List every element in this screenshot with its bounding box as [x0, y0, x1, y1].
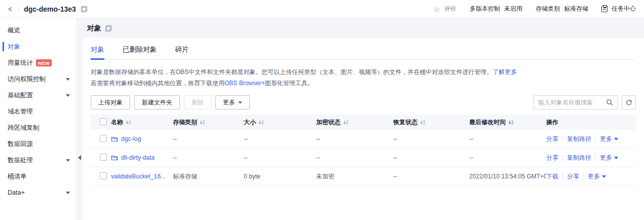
smiley-icon: ☺: [433, 6, 440, 13]
table-header: 名称 存储类别 大小 加密状态 恢复状态 最后修改时间 操作: [91, 115, 636, 130]
more-button[interactable]: 更多: [215, 95, 250, 109]
sidebar-item-objects[interactable]: 对象: [0, 39, 76, 55]
bucket-name: dgc-demo-13e3: [24, 5, 76, 13]
back-icon[interactable]: <: [7, 5, 13, 14]
learn-more-link[interactable]: 了解更多: [493, 68, 517, 76]
toolbar: 上传对象 新建文件夹 删除 更多: [91, 95, 636, 109]
sidebar-item-domain-mgmt[interactable]: 域名管理: [0, 103, 76, 120]
share-link[interactable]: 分享: [546, 135, 558, 143]
task-center-label: 任务中心: [612, 5, 636, 13]
object-name-link[interactable]: validateBucket_16...: [111, 173, 166, 180]
folder-icon: [111, 155, 118, 161]
tab-fragments[interactable]: 碎片: [175, 45, 189, 59]
task-center-button[interactable]: 任务中心: [601, 5, 636, 13]
chevron-down-icon: [66, 94, 70, 97]
obs-browser-link[interactable]: OBS Browser+: [224, 80, 265, 87]
delete-button[interactable]: 删除: [184, 95, 211, 109]
object-name-link[interactable]: dgc-log: [121, 135, 141, 142]
feedback-button[interactable]: ☺ 评价: [433, 5, 457, 13]
new-badge: NEW: [36, 59, 52, 66]
sort-icon[interactable]: [343, 120, 349, 125]
search-box: [534, 95, 618, 109]
chevron-down-icon: [614, 157, 618, 159]
sidebar-item-usage-stats[interactable]: 用量统计NEW: [0, 55, 76, 71]
table-row: validateBucket_16... 标准存储 0 byte 未加密 -- …: [91, 167, 636, 186]
sidebar-item-overview[interactable]: 概览: [0, 22, 76, 39]
versioning-label: 多版本控制: [470, 5, 500, 13]
tab-objects[interactable]: 对象: [91, 45, 104, 59]
sort-icon[interactable]: [420, 120, 426, 125]
task-center-icon: [601, 6, 608, 12]
description: 对象是数据存储的基本单位，在OBS中文件和文件夹都是对象。您可以上传任何类型（文…: [91, 66, 636, 89]
tab-bar: 对象 已删除对象 碎片: [91, 38, 636, 60]
share-link[interactable]: 分享: [546, 154, 558, 162]
feedback-label: 评价: [444, 5, 457, 13]
divider: [18, 6, 19, 13]
sidebar-item-bucket-inventory[interactable]: 桶清单: [0, 168, 76, 185]
sidebar-item-back-to-source[interactable]: 数据回源: [0, 136, 76, 152]
row-checkbox[interactable]: [100, 172, 107, 179]
sidebar-item-cross-region[interactable]: 跨区域复制: [0, 120, 76, 136]
description-line1: 对象是数据存储的基本单位，在OBS中文件和文件夹都是对象。您可以上传任何类型（文…: [91, 68, 493, 76]
folder-icon: [111, 136, 118, 142]
copy-icon[interactable]: [105, 25, 111, 31]
objects-table: 名称 存储类别 大小 加密状态 恢复状态 最后修改时间 操作 dgc-log -…: [91, 115, 636, 186]
storage-class-value: 标准存储: [564, 5, 588, 13]
main-content: 对象 对象 已删除对象 碎片 对象是数据存储的基本单位，在OBS中文件和文件夹都…: [76, 18, 644, 220]
sidebar: 概览 对象 用量统计NEW 访问权限控制 基础配置 域名管理 跨区域复制 数据回…: [0, 18, 76, 220]
sort-icon[interactable]: [258, 120, 264, 125]
object-name-link[interactable]: dli-dirty-data: [121, 154, 155, 161]
sidebar-item-data-processing[interactable]: 数据处理: [0, 152, 76, 168]
new-folder-button[interactable]: 新建文件夹: [134, 95, 180, 109]
chevron-down-icon: [66, 78, 70, 81]
sort-icon[interactable]: [126, 120, 131, 125]
page-title: 对象: [87, 24, 101, 33]
chevron-down-icon: [602, 175, 606, 178]
upload-object-button[interactable]: 上传对象: [91, 95, 130, 109]
sidebar-item-data-plus[interactable]: Data+: [0, 185, 76, 201]
select-all-checkbox[interactable]: [100, 118, 107, 125]
sidebar-item-basic-config[interactable]: 基础配置: [0, 87, 76, 103]
sidebar-item-access-control[interactable]: 访问权限控制: [0, 71, 76, 87]
versioning-value: 未启用: [504, 5, 522, 13]
chevron-down-icon: [614, 138, 618, 140]
copy-path-link[interactable]: 复制路径: [567, 135, 591, 143]
more-link[interactable]: 更多: [600, 135, 618, 143]
chevron-down-icon: [66, 192, 70, 194]
storage-class-label: 存储类别: [536, 5, 560, 13]
tab-deleted-objects[interactable]: 已删除对象: [123, 45, 157, 59]
copy-icon[interactable]: [81, 6, 87, 12]
more-link[interactable]: 更多: [588, 172, 606, 181]
search-icon[interactable]: [606, 99, 613, 106]
more-link[interactable]: 更多: [600, 154, 618, 162]
chevron-down-icon: [66, 159, 70, 162]
sidebar-collapse-icon[interactable]: [78, 155, 81, 160]
refresh-button[interactable]: [622, 95, 636, 109]
copy-path-link[interactable]: 复制路径: [567, 154, 591, 162]
sort-icon-active[interactable]: [508, 120, 514, 125]
chevron-down-icon: [238, 101, 242, 104]
sort-icon[interactable]: [200, 120, 205, 125]
row-checkbox[interactable]: [100, 154, 107, 161]
download-link[interactable]: 下载: [546, 172, 558, 181]
table-row: dli-dirty-data -- -- -- -- -- 分享 复制路径 更多: [91, 149, 636, 167]
row-checkbox[interactable]: [100, 135, 107, 142]
search-input[interactable]: [538, 99, 606, 106]
description-line2: 若需要将对象移动到桶内其他位置，推荐下载使用: [91, 80, 224, 87]
topbar: < dgc-demo-13e3 ☺ 评价 多版本控制 未启用 存储类别 标准存储…: [0, 0, 644, 18]
table-row: dgc-log -- -- -- -- -- 分享 复制路径 更多: [91, 130, 636, 149]
refresh-icon: [626, 99, 632, 106]
share-link[interactable]: 分享: [567, 172, 579, 181]
objects-card: 对象 已删除对象 碎片 对象是数据存储的基本单位，在OBS中文件和文件夹都是对象…: [83, 38, 644, 220]
